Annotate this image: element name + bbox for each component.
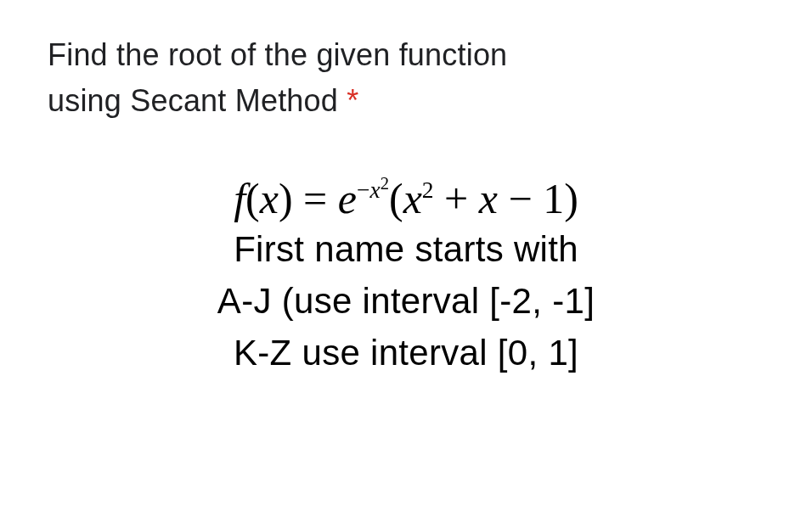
formula-minus: −	[498, 175, 543, 222]
formula-exp-var: x	[369, 177, 380, 203]
formula-close-paren: )	[564, 175, 578, 222]
required-asterisk: *	[347, 83, 358, 118]
formula-open-paren: (	[389, 175, 403, 222]
instruction-line-1: First name starts with	[82, 224, 730, 276]
question-prompt: Find the root of the given function usin…	[48, 32, 764, 124]
question-line-2: using Secant Method	[48, 83, 347, 118]
formula-f: f	[234, 175, 245, 222]
question-line-1: Find the root of the given function	[48, 37, 507, 72]
formula-arg: x	[260, 175, 279, 222]
instruction-line-2: A-J (use interval [-2, -1]	[82, 276, 730, 328]
formula-rparen: )	[279, 175, 293, 222]
formula-exponent: −x2	[357, 177, 389, 203]
formula-lparen: (	[245, 175, 260, 222]
formula-e: e	[338, 175, 357, 222]
formula-plus: +	[434, 175, 479, 222]
formula-term3: 1	[543, 175, 564, 222]
formula-exp-power: 2	[381, 174, 389, 193]
formula-expression: f(x) = e−x2(x2 + x − 1)	[234, 173, 578, 224]
formula-term1-var: x	[403, 175, 422, 222]
formula-equals: =	[293, 175, 338, 222]
formula-term2: x	[479, 175, 498, 222]
problem-content: f(x) = e−x2(x2 + x − 1) First name start…	[48, 173, 764, 379]
formula-term1-power: 2	[422, 177, 434, 203]
instruction-line-3: K-Z use interval [0, 1]	[82, 328, 730, 379]
formula-exp-minus: −	[357, 177, 370, 203]
